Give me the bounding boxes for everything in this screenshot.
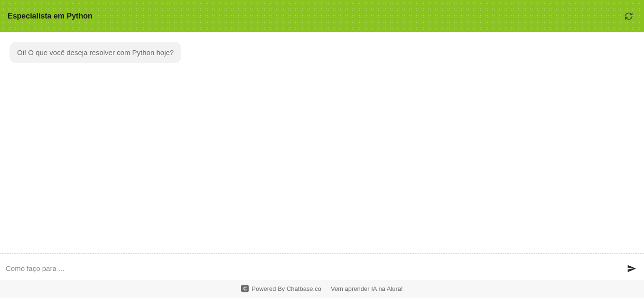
chat-messages-area: Oi! O que você deseja resolver com Pytho…	[0, 32, 644, 253]
assistant-message: Oi! O que você deseja resolver com Pytho…	[9, 42, 181, 63]
alura-link[interactable]: Vem aprender IA na Alura!	[331, 285, 403, 292]
chat-header: Especialista em Python	[0, 0, 644, 32]
chat-title: Especialista em Python	[8, 12, 93, 20]
send-icon	[627, 264, 636, 273]
chat-footer: C Powered By Chatbase.co Vem aprender IA…	[0, 280, 644, 298]
message-input[interactable]	[6, 261, 620, 275]
powered-by-text: Powered By Chatbase.co	[252, 285, 321, 292]
input-bar	[0, 253, 644, 280]
refresh-button[interactable]	[621, 9, 636, 24]
powered-by-link[interactable]: C Powered By Chatbase.co	[241, 285, 321, 292]
chatbase-badge-icon: C	[241, 285, 249, 292]
send-button[interactable]	[625, 262, 638, 275]
refresh-icon	[625, 12, 633, 20]
